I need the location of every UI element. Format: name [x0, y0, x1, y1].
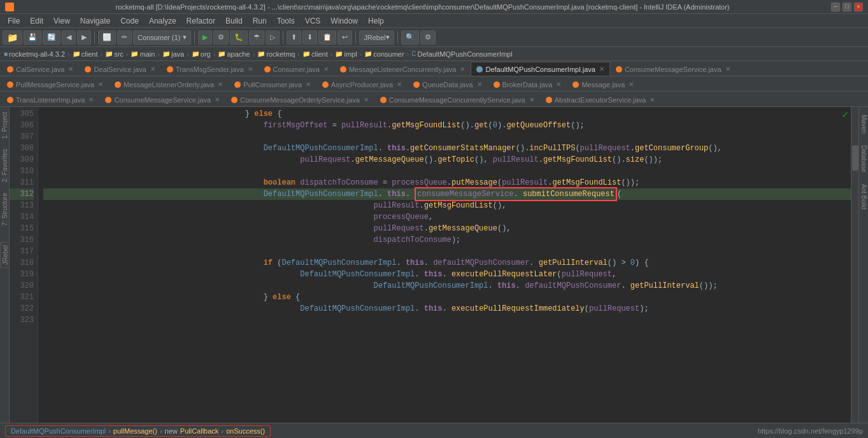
panel-maven[interactable]: Maven [859, 112, 869, 136]
bc-src[interactable]: src [114, 50, 124, 58]
scroll-thumb[interactable] [852, 145, 858, 171]
tab-rclose-6[interactable]: ✕ [556, 81, 561, 88]
panel-ant-build[interactable]: Ant Build [859, 181, 869, 212]
tab-close-4[interactable]: ✕ [324, 66, 329, 73]
panel-database[interactable]: Database [859, 143, 869, 175]
menu-code[interactable]: Code [115, 15, 144, 27]
tab-asyncproducer[interactable]: AsyncProducer.java ✕ [317, 77, 408, 91]
debug-btn[interactable]: 🐛 [230, 31, 248, 45]
toolbar-update-btn[interactable]: ⬇ [302, 31, 317, 45]
menu-analyze[interactable]: Analyze [144, 15, 181, 27]
toolbar-run2-btn[interactable]: ▷ [266, 31, 280, 45]
tab-dealservice[interactable]: DealService.java ✕ [79, 62, 161, 76]
bc-client[interactable]: client [82, 50, 98, 58]
tab-abstractexecutor[interactable]: AbstractExecutorService.java ✕ [540, 92, 661, 106]
tab-tclose-1[interactable]: ✕ [89, 96, 94, 103]
bc-consumer[interactable]: consumer [373, 50, 404, 58]
bc-java[interactable]: java [171, 50, 184, 58]
tab-tclose-5[interactable]: ✕ [650, 96, 655, 103]
toolbar-sync-btn[interactable]: 🔄 [43, 31, 60, 45]
bc-org[interactable]: org [201, 50, 211, 58]
run-btn[interactable]: ▶ [198, 31, 212, 45]
tab-tclose-3[interactable]: ✕ [364, 96, 369, 103]
tab-close-1[interactable]: ✕ [68, 66, 73, 73]
toolbar-commit-btn[interactable]: ⬆ [287, 31, 301, 45]
menu-file[interactable]: File [3, 15, 25, 27]
jrebel-panel[interactable]: JRebel [0, 242, 10, 268]
tab-consumeconcurrently[interactable]: ConsumeMessageConcurrentlyService.java ✕ [374, 92, 540, 106]
menu-help[interactable]: Help [363, 15, 389, 27]
tab-pullmsg[interactable]: PullMessageService.java ✕ [1, 77, 109, 91]
tab-close-2[interactable]: ✕ [150, 66, 155, 73]
tab-close-6[interactable]: ✕ [599, 66, 604, 73]
tab-close-3[interactable]: ✕ [248, 66, 253, 73]
menu-build[interactable]: Build [220, 15, 248, 27]
consumer-dropdown[interactable]: Consumer (1) ▾ [133, 31, 191, 45]
close-button[interactable]: ✕ [854, 3, 863, 11]
tab-queuedata[interactable]: QueueData.java ✕ [408, 77, 488, 91]
toolbar-forward-btn[interactable]: ▶ [77, 31, 91, 45]
run-config-btn[interactable]: ⚙ [213, 31, 229, 45]
tab-close-7[interactable]: ✕ [725, 66, 730, 73]
bc-main[interactable]: main [139, 50, 155, 58]
tab-rclose-5[interactable]: ✕ [477, 81, 482, 88]
window-controls[interactable]: ─ □ ✕ [831, 3, 863, 11]
tab-rclose-1[interactable]: ✕ [98, 81, 103, 88]
tab-transmsgsender[interactable]: TransMsgSender.java ✕ [161, 62, 259, 76]
menu-run[interactable]: Run [248, 15, 272, 27]
toolbar-expand-btn[interactable]: ⬜ [98, 31, 116, 45]
tab-rclose-3[interactable]: ✕ [306, 81, 311, 88]
toolbar-settings-btn[interactable]: ⚙ [420, 31, 436, 45]
tab-rclose-4[interactable]: ✕ [397, 81, 402, 88]
tab-consumemsgservice[interactable]: ConsumeMessageService.java ✕ [610, 62, 736, 76]
minimize-button[interactable]: ─ [831, 3, 840, 11]
tab-translistener[interactable]: TransListenerImp.java ✕ [1, 92, 99, 106]
toolbar-back-btn[interactable]: ◀ [62, 31, 76, 45]
tab-tclose-2[interactable]: ✕ [215, 96, 220, 103]
tab-brokerdata[interactable]: BrokerData.java ✕ [488, 77, 567, 91]
toolbar-search-btn[interactable]: 🔍 [401, 31, 419, 45]
menu-edit[interactable]: Edit [25, 15, 48, 27]
folder-icon-6: 📁 [218, 50, 225, 57]
bc-rocketmq[interactable]: rocketmq [266, 50, 295, 58]
toolbar-project-icon[interactable]: 📁 [3, 31, 22, 45]
panel-project[interactable]: 1: Project [1, 112, 8, 139]
tab-tclose-4[interactable]: ✕ [529, 96, 534, 103]
menu-navigate[interactable]: Navigate [75, 15, 115, 27]
tab-msglisterorderly[interactable]: MessageListenerOrderly.java ✕ [109, 77, 229, 91]
tab-icon-t1 [7, 97, 13, 103]
menu-window[interactable]: Window [325, 15, 363, 27]
bc-class[interactable]: DefaultMQPushConsumerImpl [418, 50, 513, 58]
tab-defaultmq[interactable]: DefaultMQPushConsumerImpl.java ✕ [471, 62, 609, 76]
bc-impl[interactable]: impl [344, 50, 357, 58]
toolbar-history-btn[interactable]: 📋 [318, 31, 336, 45]
panel-structure[interactable]: 7: Structure [1, 193, 8, 226]
coverage-btn[interactable]: ☂ [249, 31, 264, 45]
tab-pullconsumer[interactable]: PullConsumer.java ✕ [229, 77, 317, 91]
tab-icon-2 [85, 66, 91, 73]
tab-consumer[interactable]: Consumer.java ✕ [259, 62, 334, 76]
menu-view[interactable]: View [48, 15, 75, 27]
vertical-scrollbar[interactable] [851, 107, 858, 423]
tab-calservice[interactable]: CalService.java ✕ [1, 62, 79, 76]
jrebel-btn[interactable]: JRebel ▾ [359, 31, 394, 45]
bc-project[interactable]: rocketmq-all-4.3.2 [9, 50, 65, 58]
toolbar-revert-btn[interactable]: ↩ [338, 31, 352, 45]
toolbar-edit-btn[interactable]: ✏ [117, 31, 132, 45]
menu-tools[interactable]: Tools [272, 15, 300, 27]
bc-apache[interactable]: apache [227, 50, 250, 58]
tab-message[interactable]: Message.java ✕ [567, 77, 639, 91]
toolbar-save-btn[interactable]: 💾 [24, 31, 41, 45]
tab-consumeorderlyservice[interactable]: ConsumeMessageOrderlyService.java ✕ [225, 92, 374, 106]
tab-rclose-2[interactable]: ✕ [218, 81, 223, 88]
jrebel-label[interactable]: JRebel [1, 243, 10, 267]
bc-client2[interactable]: client [311, 50, 328, 58]
panel-favorites[interactable]: 2: Favorites [1, 149, 8, 182]
tab-msglistener[interactable]: MessageListenerConcurrently.java ✕ [334, 62, 471, 76]
menu-refactor[interactable]: Refactor [181, 15, 220, 27]
tab-rclose-7[interactable]: ✕ [629, 81, 634, 88]
tab-consumemsg2[interactable]: ConsumeMessageService.java ✕ [99, 92, 225, 106]
tab-close-5[interactable]: ✕ [460, 66, 465, 73]
maximize-button[interactable]: □ [843, 3, 851, 11]
menu-vcs[interactable]: VCS [300, 15, 326, 27]
